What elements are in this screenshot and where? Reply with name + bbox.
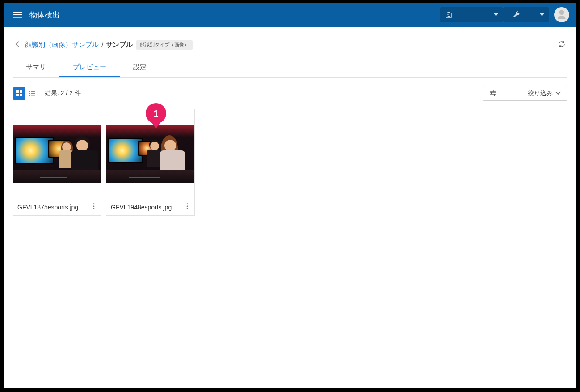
breadcrumb-tag: 顔識別タイプ（画像） [136, 40, 193, 50]
preview-toolbar: 結果: 2 / 2 件 絞り込み [13, 86, 567, 101]
breadcrumb-current: サンプル [106, 41, 133, 49]
grid-view-button[interactable] [13, 87, 25, 100]
svg-rect-14 [490, 92, 496, 93]
svg-rect-3 [16, 90, 19, 93]
breadcrumb: 顔識別（画像）サンプル / サンプル 顔識別タイプ（画像） [13, 27, 567, 56]
svg-rect-2 [13, 17, 22, 18]
svg-rect-11 [29, 95, 30, 96]
svg-rect-10 [31, 93, 35, 94]
chevron-down-icon [555, 91, 561, 96]
app-title: 物体検出 [29, 10, 60, 20]
breadcrumb-separator: / [101, 41, 103, 49]
list-icon [28, 90, 35, 97]
svg-rect-17 [491, 92, 492, 94]
svg-point-19 [93, 203, 95, 204]
thumbnail-filename: GFVL1948esports.jpg [111, 204, 185, 211]
menu-icon[interactable] [11, 8, 25, 22]
svg-point-21 [93, 208, 95, 209]
svg-point-20 [93, 206, 95, 207]
caret-down-icon [494, 11, 498, 18]
view-toggle [13, 87, 38, 100]
svg-point-22 [187, 203, 188, 204]
caret-down-icon [540, 11, 544, 18]
refresh-icon [558, 40, 566, 48]
svg-rect-18 [494, 94, 495, 96]
building-icon [445, 11, 453, 19]
svg-rect-7 [29, 91, 30, 92]
person-icon [556, 9, 567, 21]
back-button[interactable] [13, 40, 22, 50]
tab-preview[interactable]: プレビュー [59, 58, 120, 77]
svg-rect-8 [31, 91, 35, 92]
svg-point-23 [187, 206, 188, 207]
annotation-pin: 1 [146, 103, 166, 129]
grid-icon [16, 90, 23, 97]
svg-rect-9 [29, 93, 30, 94]
tab-summary[interactable]: サマリ [13, 58, 59, 77]
svg-rect-15 [490, 94, 496, 95]
thumbnail-menu-button[interactable] [185, 202, 190, 212]
breadcrumb-parent-link[interactable]: 顔識別（画像）サンプル [25, 41, 99, 49]
annotation-pin-number: 1 [146, 103, 166, 124]
svg-rect-1 [13, 14, 22, 15]
wrench-icon [512, 11, 520, 19]
chevron-left-icon [15, 41, 20, 47]
svg-rect-0 [13, 12, 22, 13]
top-bar: 物体検出 [4, 3, 576, 27]
results-count: 結果: 2 / 2 件 [45, 89, 81, 97]
svg-rect-4 [20, 90, 22, 93]
thumbnail-filename: GFVL1875esports.jpg [17, 204, 91, 211]
thumbnail-card[interactable]: GFVL1875esports.jpg [13, 109, 101, 216]
svg-rect-13 [490, 91, 496, 91]
tool-selector[interactable] [504, 7, 549, 22]
tab-settings[interactable]: 設定 [120, 58, 160, 77]
filter-label: 絞り込み [528, 89, 561, 97]
thumbnail-grid: 1 [13, 109, 567, 216]
thumbnail-image [13, 109, 101, 199]
svg-rect-6 [20, 94, 22, 96]
svg-point-24 [187, 208, 188, 209]
refresh-button[interactable] [556, 38, 567, 51]
more-vertical-icon [186, 203, 188, 209]
svg-rect-16 [493, 90, 494, 92]
tune-icon [489, 89, 496, 98]
svg-rect-12 [31, 96, 35, 96]
svg-rect-5 [16, 94, 19, 96]
filter-button[interactable]: 絞り込み [483, 86, 567, 101]
organization-selector[interactable] [440, 7, 503, 22]
more-vertical-icon [93, 203, 95, 209]
thumbnail-menu-button[interactable] [91, 202, 97, 212]
list-view-button[interactable] [25, 87, 38, 100]
user-avatar[interactable] [554, 7, 569, 22]
tabs: サマリ プレビュー 設定 [13, 58, 567, 78]
